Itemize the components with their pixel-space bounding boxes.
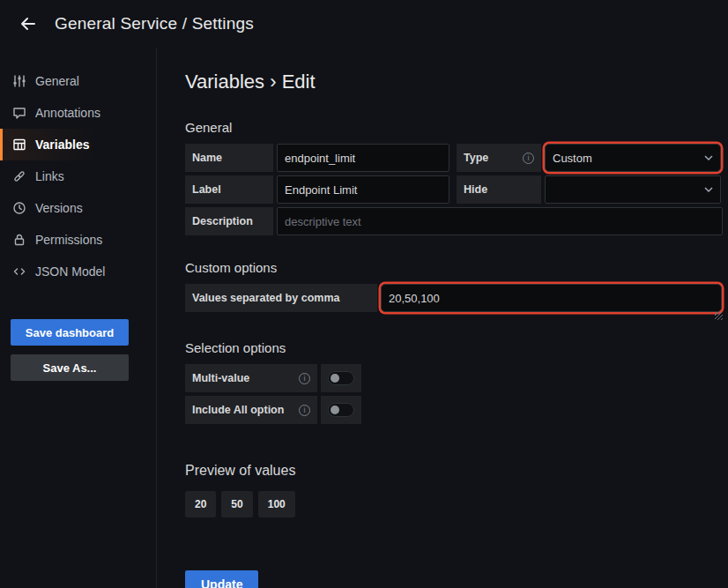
label-input[interactable] <box>277 175 449 204</box>
chevron-down-icon <box>704 187 713 192</box>
app-root: General Service / Settings General Annot… <box>0 0 728 588</box>
multi-value-label-text: Multi-value <box>192 372 249 384</box>
description-input[interactable] <box>277 207 723 235</box>
sidebar-item-label: Permissions <box>35 233 102 247</box>
breadcrumb: Variables › Edit <box>185 71 728 93</box>
table-icon <box>12 138 26 152</box>
name-label: Name <box>185 144 273 172</box>
sidebar-item-json-model[interactable]: JSON Model <box>0 256 156 287</box>
name-input[interactable] <box>277 144 449 172</box>
sidebar-item-variables[interactable]: Variables <box>0 129 156 160</box>
toggle-knob <box>331 406 339 414</box>
type-select[interactable]: Custom <box>545 144 721 172</box>
description-label: Description <box>185 207 273 235</box>
values-label: Values separated by comma <box>185 284 377 312</box>
page-title: General Service / Settings <box>55 14 254 33</box>
preview-value-chip: 20 <box>185 491 216 517</box>
general-section: General Name Type i Custom <box>185 120 728 235</box>
general-section-title: General <box>185 120 728 135</box>
code-icon <box>12 264 26 279</box>
preview-section: Preview of values 20 50 100 <box>185 463 728 517</box>
preview-values: 20 50 100 <box>185 491 728 517</box>
resize-grip[interactable] <box>715 312 723 320</box>
sidebar-item-label: Variables <box>35 138 90 152</box>
sidebar-item-versions[interactable]: Versions <box>0 192 156 224</box>
link-icon <box>12 169 26 183</box>
save-dashboard-button[interactable]: Save dashboard <box>11 319 129 346</box>
update-button[interactable]: Update <box>185 570 258 588</box>
label-label: Label <box>185 175 273 204</box>
page-header: General Service / Settings <box>0 0 728 48</box>
preview-value-chip: 50 <box>221 491 252 517</box>
sliders-icon <box>12 74 26 88</box>
variables-edit-panel: Variables › Edit General Name Type i <box>157 48 728 588</box>
preview-title: Preview of values <box>185 463 728 479</box>
sidebar-item-label: General <box>35 74 79 88</box>
custom-options-title: Custom options <box>185 260 728 275</box>
sidebar-item-links[interactable]: Links <box>0 160 156 192</box>
multi-value-label: Multi-value i <box>185 364 317 392</box>
include-all-label-text: Include All option <box>192 404 284 416</box>
include-all-toggle[interactable] <box>321 396 361 424</box>
sidebar-item-label: Versions <box>35 201 83 215</box>
back-button[interactable] <box>12 8 44 40</box>
sidebar-item-label: JSON Model <box>35 264 105 279</box>
sidebar-item-annotations[interactable]: Annotations <box>0 97 156 129</box>
custom-options-section: Custom options Values separated by comma <box>185 260 728 312</box>
history-icon <box>12 201 26 215</box>
hide-label-text: Hide <box>464 183 487 196</box>
chevron-down-icon <box>704 155 713 160</box>
type-label: Type i <box>457 144 541 172</box>
selection-options-title: Selection options <box>185 340 728 355</box>
values-input[interactable] <box>381 284 722 312</box>
type-select-value: Custom <box>553 152 592 165</box>
info-icon[interactable]: i <box>299 405 310 416</box>
sidebar-item-label: Annotations <box>35 106 100 120</box>
preview-value-chip: 100 <box>258 491 295 517</box>
toggle-knob <box>331 374 339 383</box>
toggle-track <box>328 371 354 385</box>
sidebar-item-label: Links <box>35 169 64 183</box>
sidebar-item-general[interactable]: General <box>0 65 156 97</box>
settings-sidebar: General Annotations Variables Links Vers… <box>0 48 157 588</box>
toggle-track <box>328 403 354 417</box>
type-label-text: Type <box>464 152 488 164</box>
arrow-left-icon <box>19 14 38 33</box>
hide-select[interactable] <box>545 175 721 204</box>
comment-icon <box>12 106 26 120</box>
save-as-button[interactable]: Save As... <box>11 354 129 381</box>
selection-options-section: Selection options Multi-value i <box>185 340 728 424</box>
lock-icon <box>12 233 26 247</box>
info-icon[interactable]: i <box>523 153 534 164</box>
hide-label: Hide <box>457 175 541 204</box>
include-all-label: Include All option i <box>185 396 317 424</box>
sidebar-item-permissions[interactable]: Permissions <box>0 224 156 256</box>
info-icon[interactable]: i <box>299 373 310 384</box>
multi-value-toggle[interactable] <box>321 364 361 392</box>
